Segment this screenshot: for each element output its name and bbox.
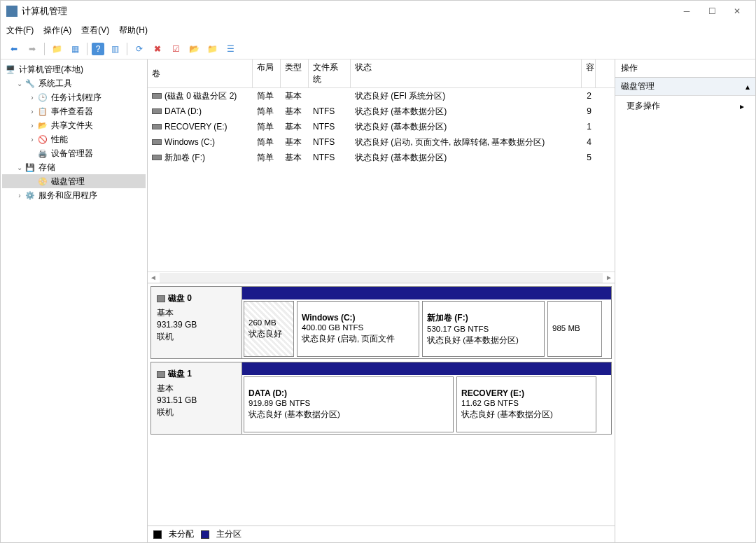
volume-row[interactable]: Windows (C:)简单基本NTFS状态良好 (启动, 页面文件, 故障转储… bbox=[148, 134, 615, 150]
col-layout[interactable]: 布局 bbox=[253, 59, 281, 87]
actions-panel: 操作 磁盘管理▴ 更多操作▸ bbox=[615, 59, 755, 542]
volume-icon bbox=[152, 139, 162, 145]
volume-icon bbox=[152, 93, 162, 99]
partition[interactable]: 985 MB bbox=[547, 301, 602, 357]
col-filesystem[interactable]: 文件系统 bbox=[309, 59, 351, 87]
collapse-icon: ▴ bbox=[746, 82, 750, 92]
volume-icon bbox=[152, 108, 162, 114]
folder2-icon[interactable]: 📂 bbox=[186, 41, 202, 57]
window-title: 计算机管理 bbox=[22, 5, 674, 17]
tree-event-viewer[interactable]: ›📋事件查看器 bbox=[2, 104, 146, 118]
tree-task-scheduler[interactable]: ›🕒任务计划程序 bbox=[2, 90, 146, 104]
list-icon[interactable]: ▦ bbox=[67, 41, 83, 57]
col-capacity[interactable]: 容 bbox=[582, 59, 596, 87]
partition[interactable]: Windows (C:)400.00 GB NTFS状态良好 (启动, 页面文件 bbox=[297, 301, 419, 357]
horizontal-scrollbar[interactable]: ◄ ► bbox=[148, 272, 615, 283]
tree-system-tools[interactable]: ⌄🔧系统工具 bbox=[2, 76, 146, 90]
scroll-track[interactable] bbox=[160, 273, 603, 283]
volume-list: 卷 布局 类型 文件系统 状态 容 (磁盘 0 磁盘分区 2)简单基本状态良好 … bbox=[148, 59, 615, 283]
maximize-button[interactable]: ☐ bbox=[699, 1, 724, 21]
tree-services[interactable]: ›⚙️服务和应用程序 bbox=[2, 188, 146, 202]
disk-1-info: 磁盘 1 基本 931.51 GB 联机 bbox=[151, 362, 242, 434]
tree-device-manager[interactable]: 🖨️设备管理器 bbox=[2, 146, 146, 160]
disk-0[interactable]: 磁盘 0 基本 931.39 GB 联机 260 MB状态良好Windows (… bbox=[150, 286, 612, 359]
disk-0-header-bar bbox=[242, 287, 611, 299]
tree-disk-management[interactable]: 📀磁盘管理 bbox=[2, 174, 146, 188]
menubar: 文件(F) 操作(A) 查看(V) 帮助(H) bbox=[1, 22, 755, 38]
actions-header: 操作 bbox=[615, 59, 755, 78]
legend: 未分配 主分区 bbox=[148, 526, 615, 542]
tree-shared-folders[interactable]: ›📂共享文件夹 bbox=[2, 118, 146, 132]
help-icon[interactable]: ? bbox=[92, 43, 104, 55]
tree-performance[interactable]: ›🚫性能 bbox=[2, 132, 146, 146]
volume-row[interactable]: 新加卷 (F:)简单基本NTFS状态良好 (基本数据分区)5 bbox=[148, 150, 615, 165]
close-button[interactable]: ✕ bbox=[724, 1, 750, 21]
volume-row[interactable]: (磁盘 0 磁盘分区 2)简单基本状态良好 (EFI 系统分区)2 bbox=[148, 88, 615, 104]
volume-icon bbox=[152, 124, 162, 129]
volume-icon bbox=[152, 155, 162, 160]
tree-root[interactable]: 🖥️计算机管理(本地) bbox=[2, 62, 146, 76]
volume-list-header: 卷 布局 类型 文件系统 状态 容 bbox=[148, 59, 615, 88]
volume-row[interactable]: RECOVERY (E:)简单基本NTFS状态良好 (基本数据分区)1 bbox=[148, 119, 615, 134]
disk-icon bbox=[157, 371, 165, 378]
titlebar: 计算机管理 ─ ☐ ✕ bbox=[1, 1, 755, 22]
scroll-left-icon[interactable]: ◄ bbox=[148, 274, 159, 281]
refresh-icon[interactable]: ⟳ bbox=[132, 41, 147, 57]
partition[interactable]: 260 MB状态良好 bbox=[244, 301, 294, 357]
disk-1[interactable]: 磁盘 1 基本 931.51 GB 联机 DATA (D:)919.89 GB … bbox=[150, 362, 612, 435]
disk-0-info: 磁盘 0 基本 931.39 GB 联机 bbox=[151, 287, 242, 358]
legend-unallocated-label: 未分配 bbox=[169, 528, 194, 540]
actions-category[interactable]: 磁盘管理▴ bbox=[615, 78, 755, 96]
partition[interactable]: RECOVERY (E:)11.62 GB NTFS状态良好 (基本数据分区) bbox=[456, 376, 596, 432]
toolbar: ⬅ ➡ 📁 ▦ ? ▥ ⟳ ✖ ☑ 📂 📁 ☰ bbox=[1, 38, 755, 59]
delete-icon[interactable]: ✖ bbox=[150, 41, 165, 57]
menu-action[interactable]: 操作(A) bbox=[43, 24, 71, 36]
tree-panel: 🖥️计算机管理(本地) ⌄🔧系统工具 ›🕒任务计划程序 ›📋事件查看器 ›📂共享… bbox=[1, 59, 148, 542]
folder3-icon[interactable]: 📁 bbox=[204, 41, 220, 57]
center-panel: 卷 布局 类型 文件系统 状态 容 (磁盘 0 磁盘分区 2)简单基本状态良好 … bbox=[148, 59, 615, 542]
actions-more[interactable]: 更多操作▸ bbox=[615, 96, 755, 116]
disk-icon bbox=[157, 295, 165, 302]
legend-primary-swatch bbox=[201, 530, 209, 539]
disk-1-header-bar bbox=[242, 362, 611, 375]
legend-unallocated-swatch bbox=[153, 530, 162, 539]
back-button[interactable]: ⬅ bbox=[6, 41, 22, 57]
check-icon[interactable]: ☑ bbox=[168, 41, 183, 57]
app-icon bbox=[6, 6, 18, 17]
forward-button[interactable]: ➡ bbox=[24, 41, 40, 57]
col-type[interactable]: 类型 bbox=[281, 59, 309, 87]
props-icon[interactable]: ☰ bbox=[223, 41, 238, 57]
graphical-view: 磁盘 0 基本 931.39 GB 联机 260 MB状态良好Windows (… bbox=[148, 283, 615, 526]
chevron-right-icon: ▸ bbox=[740, 101, 744, 111]
legend-primary-label: 主分区 bbox=[216, 528, 241, 540]
scroll-right-icon[interactable]: ► bbox=[603, 274, 615, 281]
partition[interactable]: 新加卷 (F:)530.17 GB NTFS状态良好 (基本数据分区) bbox=[422, 301, 545, 357]
tree-storage[interactable]: ⌄💾存储 bbox=[2, 160, 146, 174]
folder-icon[interactable]: 📁 bbox=[49, 41, 64, 57]
menu-view[interactable]: 查看(V) bbox=[81, 24, 109, 36]
menu-file[interactable]: 文件(F) bbox=[6, 24, 34, 36]
partition[interactable]: DATA (D:)919.89 GB NTFS状态良好 (基本数据分区) bbox=[244, 376, 454, 432]
col-volume[interactable]: 卷 bbox=[148, 59, 253, 87]
view-icon[interactable]: ▥ bbox=[107, 41, 122, 57]
minimize-button[interactable]: ─ bbox=[674, 1, 699, 21]
menu-help[interactable]: 帮助(H) bbox=[119, 24, 148, 36]
col-status[interactable]: 状态 bbox=[351, 59, 582, 87]
volume-row[interactable]: DATA (D:)简单基本NTFS状态良好 (基本数据分区)9 bbox=[148, 104, 615, 119]
